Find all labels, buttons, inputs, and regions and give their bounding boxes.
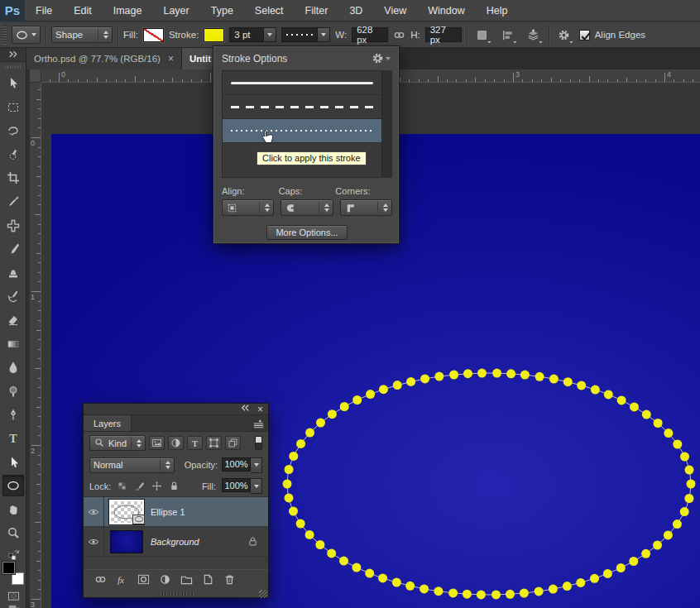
path-alignment-button[interactable] xyxy=(498,26,518,44)
filter-adjustment-layers-button[interactable] xyxy=(168,436,184,450)
menu-item-view[interactable]: View xyxy=(373,0,417,22)
lock-paint-button[interactable] xyxy=(134,481,145,491)
path-selection-tool[interactable] xyxy=(2,452,24,473)
history-brush-tool[interactable] xyxy=(2,285,24,307)
blur-tool[interactable] xyxy=(2,357,24,378)
eraser-tool[interactable] xyxy=(2,309,24,331)
eyedropper-tool[interactable] xyxy=(2,191,24,213)
stroke-style-dashed[interactable] xyxy=(223,95,381,119)
opacity-combo[interactable]: 100% xyxy=(222,457,262,473)
menu-item-3d[interactable]: 3D xyxy=(338,0,373,22)
fill-combo[interactable]: 100% xyxy=(222,478,262,494)
path-operations-button[interactable] xyxy=(472,26,492,44)
stroke-width-value[interactable]: 3 pt xyxy=(229,27,264,42)
stroke-style-dotted[interactable] xyxy=(223,119,381,143)
filter-shape-layers-button[interactable] xyxy=(206,436,222,450)
foreground-background-colors[interactable] xyxy=(2,561,25,586)
shape-width-field[interactable]: 628 px xyxy=(352,27,388,42)
swap-colors-button[interactable] xyxy=(2,548,24,561)
layers-tab[interactable]: Layers xyxy=(84,415,132,431)
zoom-tool[interactable] xyxy=(2,522,24,543)
new-layer-button[interactable] xyxy=(202,573,214,586)
stroke-align-select[interactable] xyxy=(222,199,274,216)
stroke-style-combo[interactable] xyxy=(281,27,330,42)
layer-filter-toggle[interactable] xyxy=(255,436,262,450)
path-arrangement-button[interactable] xyxy=(524,26,544,44)
menu-item-type[interactable]: Type xyxy=(200,0,244,22)
stroke-caps-select[interactable] xyxy=(280,199,333,216)
filter-pixel-layers-button[interactable] xyxy=(149,436,165,450)
layer-visibility-toggle[interactable] xyxy=(84,497,104,526)
link-button[interactable] xyxy=(94,573,107,586)
stroke-options-menu-button[interactable] xyxy=(372,52,391,65)
fill-value[interactable]: 100% xyxy=(222,478,251,492)
screen-mode-button[interactable] xyxy=(2,601,24,608)
align-edges-checkbox[interactable] xyxy=(579,30,590,41)
menu-item-layer[interactable]: Layer xyxy=(152,0,199,22)
quick-selection-tool[interactable] xyxy=(2,144,24,165)
options-bar-grip[interactable] xyxy=(2,25,7,45)
menu-item-edit[interactable]: Edit xyxy=(63,0,103,22)
panel-drag-grip[interactable] xyxy=(159,592,194,596)
adjustment-button[interactable] xyxy=(159,573,171,586)
delete-button[interactable] xyxy=(223,573,236,586)
pen-tool[interactable] xyxy=(2,404,24,425)
link-dimensions-icon[interactable] xyxy=(393,29,405,41)
tool-preset-picker[interactable] xyxy=(12,26,41,44)
clone-stamp-tool[interactable] xyxy=(2,262,24,284)
stroke-list-scrollbar[interactable] xyxy=(381,71,391,177)
hand-tool[interactable] xyxy=(2,499,24,520)
panel-collapse-button[interactable] xyxy=(239,403,252,415)
filter-type-layers-button[interactable]: T xyxy=(187,436,203,450)
panel-resize-grip[interactable] xyxy=(259,590,267,598)
marquee-tool[interactable] xyxy=(2,97,24,118)
fx-button[interactable]: fx xyxy=(116,573,128,586)
stroke-width-combo[interactable]: 3 pt xyxy=(229,27,276,42)
dodge-tool[interactable] xyxy=(2,381,24,402)
toolbar-collapse-button[interactable] xyxy=(0,48,26,62)
stroke-corners-select[interactable] xyxy=(340,199,392,216)
opacity-value[interactable]: 100% xyxy=(222,457,251,472)
panel-close-button[interactable]: × xyxy=(257,405,263,414)
foreground-color-swatch[interactable] xyxy=(2,562,15,574)
lasso-tool[interactable] xyxy=(2,120,24,141)
tool-mode-select[interactable]: Shape xyxy=(51,26,113,43)
menu-item-help[interactable]: Help xyxy=(476,0,519,22)
stroke-style-solid[interactable] xyxy=(223,71,381,95)
tab-close-icon[interactable]: × xyxy=(168,54,174,64)
layer-row-background[interactable]: Background xyxy=(84,527,268,557)
group-folder-button[interactable] xyxy=(180,573,193,586)
layer-visibility-toggle[interactable] xyxy=(84,527,104,556)
layer-row-ellipse-1[interactable]: Ellipse 1 xyxy=(84,497,268,527)
ellipse-tool[interactable] xyxy=(2,475,24,496)
geometry-options-button[interactable] xyxy=(554,26,574,44)
layer-mask-button[interactable] xyxy=(137,573,150,586)
shape-height-field[interactable]: 327 px xyxy=(425,27,462,42)
healing-brush-tool[interactable] xyxy=(2,215,24,237)
brush-tool[interactable] xyxy=(2,238,24,260)
menu-item-select[interactable]: Select xyxy=(244,0,295,22)
menu-item-image[interactable]: Image xyxy=(103,0,153,22)
crop-icon xyxy=(7,171,20,184)
lock-position-button[interactable] xyxy=(151,481,162,491)
panel-menu-button[interactable] xyxy=(252,418,265,430)
menu-item-file[interactable]: File xyxy=(25,0,63,22)
move-tool[interactable] xyxy=(2,73,24,94)
layer-filter-select[interactable]: Kind xyxy=(89,435,146,451)
stroke-swatch[interactable] xyxy=(204,28,224,42)
crop-tool[interactable] xyxy=(2,167,24,189)
lock-all-button[interactable] xyxy=(169,481,180,491)
lock-transparent-button[interactable] xyxy=(117,481,127,491)
blend-mode-select[interactable]: Normal xyxy=(89,457,175,473)
more-options-button[interactable]: More Options... xyxy=(266,225,348,240)
layer-thumbnail[interactable] xyxy=(111,501,142,523)
fill-swatch[interactable] xyxy=(143,28,164,42)
gradient-tool[interactable] xyxy=(2,333,24,355)
filter-smart-objects-button[interactable] xyxy=(225,436,241,450)
type-tool[interactable]: T xyxy=(2,428,24,449)
layer-thumbnail[interactable] xyxy=(111,531,142,553)
menu-item-filter[interactable]: Filter xyxy=(295,0,339,22)
background-color-swatch[interactable] xyxy=(12,572,24,585)
menu-item-window[interactable]: Window xyxy=(417,0,475,22)
document-tab-1[interactable]: Ortho.psd @ 77.7% (RGB/16)× xyxy=(26,48,182,69)
